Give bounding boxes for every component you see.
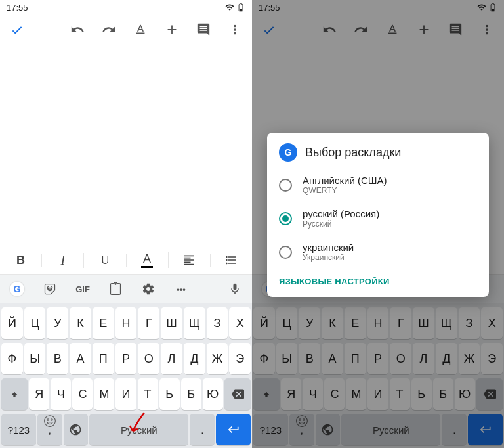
layout-option[interactable]: Английский (США) QWERTY: [267, 168, 489, 202]
key-letter[interactable]: П: [93, 343, 114, 374]
key-letter[interactable]: Т: [138, 378, 158, 410]
insert-button[interactable]: [410, 15, 438, 44]
key-letter[interactable]: Я: [29, 378, 49, 410]
key-letter[interactable]: Н: [116, 307, 137, 339]
key-letter[interactable]: У: [299, 307, 320, 339]
key-letter[interactable]: М: [346, 378, 366, 410]
layout-option[interactable]: украинский Украинский: [267, 235, 489, 269]
bold-button[interactable]: B: [0, 254, 42, 267]
comma-key[interactable]: ,: [289, 414, 314, 445]
key-letter[interactable]: Б: [181, 378, 201, 410]
numeric-key[interactable]: ?123: [253, 414, 288, 445]
overflow-menu-button[interactable]: [472, 15, 501, 44]
key-letter[interactable]: Ы: [276, 343, 298, 374]
language-settings-link[interactable]: ЯЗЫКОВЫЕ НАСТРОЙКИ: [267, 269, 489, 289]
key-letter[interactable]: Х: [229, 307, 251, 339]
key-letter[interactable]: Ь: [411, 378, 432, 410]
key-letter[interactable]: А: [70, 343, 91, 374]
key-letter[interactable]: Я: [281, 378, 301, 410]
undo-button[interactable]: [63, 15, 92, 44]
key-letter[interactable]: Й: [253, 307, 275, 339]
key-letter[interactable]: Ц: [24, 307, 46, 339]
key-letter[interactable]: Р: [368, 343, 389, 374]
key-letter[interactable]: Й: [1, 307, 23, 339]
confirm-button[interactable]: [255, 15, 284, 44]
key-letter[interactable]: Т: [390, 378, 410, 410]
key-letter[interactable]: О: [138, 343, 159, 374]
enter-key[interactable]: [468, 414, 503, 445]
key-letter[interactable]: Щ: [184, 307, 205, 339]
key-letter[interactable]: З: [459, 307, 480, 339]
key-letter[interactable]: В: [47, 343, 68, 374]
key-letter[interactable]: К: [70, 307, 91, 339]
key-letter[interactable]: Ы: [24, 343, 46, 374]
key-letter[interactable]: Г: [138, 307, 159, 339]
gif-button[interactable]: GIF: [67, 275, 98, 303]
key-letter[interactable]: Б: [433, 378, 453, 410]
key-letter[interactable]: Е: [345, 307, 366, 339]
insert-button[interactable]: [158, 15, 186, 44]
sticker-button[interactable]: [34, 275, 66, 303]
comment-button[interactable]: [189, 15, 218, 44]
key-letter[interactable]: Ь: [159, 378, 180, 410]
spacebar-key[interactable]: Русский: [341, 414, 440, 445]
key-letter[interactable]: Ю: [203, 378, 223, 410]
key-letter[interactable]: Щ: [436, 307, 457, 339]
numeric-key[interactable]: ?123: [1, 414, 36, 445]
key-letter[interactable]: Л: [413, 343, 434, 374]
key-letter[interactable]: Д: [184, 343, 205, 374]
key-letter[interactable]: Х: [481, 307, 503, 339]
backspace-key[interactable]: [476, 378, 503, 410]
enter-key[interactable]: [216, 414, 251, 445]
key-letter[interactable]: Ч: [51, 378, 71, 410]
comma-key[interactable]: ,: [37, 414, 62, 445]
key-letter[interactable]: Р: [116, 343, 137, 374]
overflow-menu-button[interactable]: [220, 15, 249, 44]
period-key[interactable]: .: [442, 414, 467, 445]
clipboard-button[interactable]: [100, 275, 131, 303]
confirm-button[interactable]: [3, 15, 32, 44]
undo-button[interactable]: [315, 15, 344, 44]
key-letter[interactable]: С: [72, 378, 93, 410]
key-letter[interactable]: Д: [436, 343, 457, 374]
key-letter[interactable]: Э: [229, 343, 251, 374]
key-letter[interactable]: У: [47, 307, 68, 339]
shift-key[interactable]: [253, 378, 280, 410]
shift-key[interactable]: [1, 378, 28, 410]
redo-button[interactable]: [346, 15, 375, 44]
mic-button[interactable]: [219, 275, 251, 303]
google-button[interactable]: G: [1, 275, 33, 303]
key-letter[interactable]: Ж: [207, 343, 228, 374]
redo-button[interactable]: [94, 15, 123, 44]
key-letter[interactable]: Ю: [455, 378, 475, 410]
key-letter[interactable]: Ш: [161, 307, 182, 339]
key-letter[interactable]: С: [324, 378, 345, 410]
key-letter[interactable]: Ж: [459, 343, 480, 374]
key-letter[interactable]: К: [322, 307, 343, 339]
align-button[interactable]: [169, 254, 211, 267]
language-switch-key[interactable]: [316, 414, 341, 445]
key-letter[interactable]: А: [322, 343, 343, 374]
key-letter[interactable]: И: [368, 378, 388, 410]
key-letter[interactable]: З: [207, 307, 228, 339]
key-letter[interactable]: М: [94, 378, 114, 410]
comment-button[interactable]: [441, 15, 470, 44]
key-letter[interactable]: Ч: [303, 378, 323, 410]
underline-button[interactable]: U: [84, 254, 126, 267]
document-area[interactable]: [0, 45, 252, 246]
key-letter[interactable]: И: [116, 378, 136, 410]
spacebar-key[interactable]: Русский: [89, 414, 188, 445]
key-letter[interactable]: Э: [481, 343, 503, 374]
key-letter[interactable]: Ф: [253, 343, 275, 374]
key-letter[interactable]: Г: [390, 307, 411, 339]
text-format-button[interactable]: [126, 15, 155, 44]
key-letter[interactable]: Е: [93, 307, 114, 339]
italic-button[interactable]: I: [42, 253, 84, 268]
key-letter[interactable]: П: [345, 343, 366, 374]
key-letter[interactable]: Н: [368, 307, 389, 339]
list-button[interactable]: [211, 254, 252, 267]
more-button[interactable]: •••: [165, 275, 197, 303]
text-color-button[interactable]: A: [127, 252, 169, 268]
key-letter[interactable]: Ц: [276, 307, 298, 339]
period-key[interactable]: .: [190, 414, 215, 445]
